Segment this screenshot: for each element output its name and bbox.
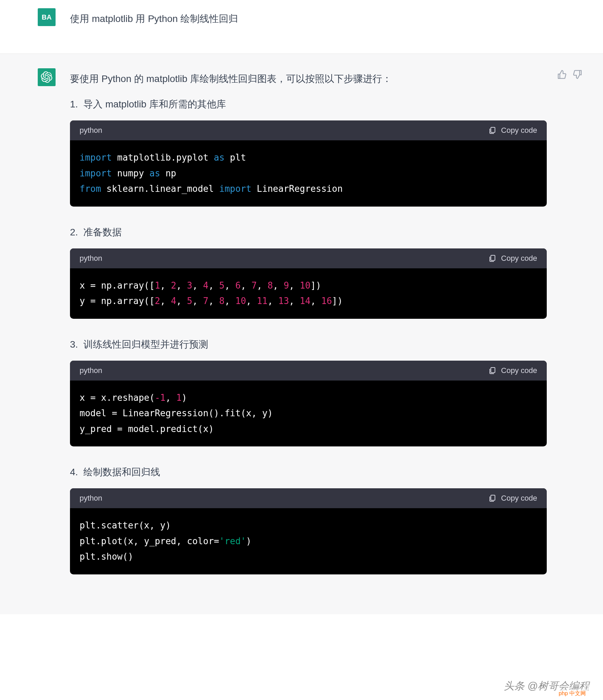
code-header: python Copy code [70, 248, 547, 268]
code-block: python Copy code plt.scatter(x, y) plt.p… [70, 488, 547, 574]
feedback-buttons [547, 68, 582, 79]
code-content[interactable]: x = x.reshape(-1, 1) model = LinearRegre… [70, 381, 547, 447]
step-label: 准备数据 [83, 227, 122, 237]
steps-list: 导入 matplotlib 库和所需的其他库 python Copy code … [70, 98, 547, 574]
assistant-intro-text: 要使用 Python 的 matplotlib 库绘制线性回归图表，可以按照以下… [70, 68, 547, 85]
copy-code-button[interactable]: Copy code [488, 254, 537, 263]
copy-code-label: Copy code [501, 126, 537, 135]
user-prompt-text: 使用 matplotlib 用 Python 绘制线性回归 [56, 8, 238, 25]
copy-code-label: Copy code [501, 366, 537, 375]
step-item-2: 准备数据 python Copy code x = np.array([1, 2… [70, 226, 547, 319]
assistant-message-row: 要使用 Python 的 matplotlib 库绘制线性回归图表，可以按照以下… [0, 54, 603, 614]
user-message-row: BA 使用 matplotlib 用 Python 绘制线性回归 [0, 0, 603, 54]
assistant-avatar [38, 68, 56, 86]
code-block: python Copy code x = np.array([1, 2, 3, … [70, 248, 547, 319]
step-item-1: 导入 matplotlib 库和所需的其他库 python Copy code … [70, 98, 547, 207]
code-header: python Copy code [70, 488, 547, 508]
code-lang-label: python [80, 126, 102, 135]
svg-rect-3 [491, 495, 495, 500]
openai-logo-icon [41, 71, 52, 83]
copy-code-button[interactable]: Copy code [488, 126, 537, 135]
code-block: python Copy code import matplotlib.pyplo… [70, 120, 547, 207]
code-header: python Copy code [70, 120, 547, 140]
step-item-4: 绘制数据和回归线 python Copy code plt.scatter(x,… [70, 466, 547, 574]
copy-code-button[interactable]: Copy code [488, 494, 537, 503]
code-block: python Copy code x = x.reshape(-1, 1) mo… [70, 361, 547, 447]
copy-code-label: Copy code [501, 254, 537, 263]
svg-rect-2 [491, 368, 495, 373]
code-lang-label: python [80, 254, 102, 263]
step-label: 训练线性回归模型并进行预测 [83, 339, 208, 350]
code-content[interactable]: plt.scatter(x, y) plt.plot(x, y_pred, co… [70, 508, 547, 574]
code-content[interactable]: import matplotlib.pyplot as plt import n… [70, 140, 547, 207]
assistant-body: 要使用 Python 的 matplotlib 库绘制线性回归图表，可以按照以下… [56, 68, 547, 594]
code-lang-label: python [80, 366, 102, 375]
user-avatar: BA [38, 8, 56, 26]
code-header: python Copy code [70, 361, 547, 381]
clipboard-icon [488, 126, 496, 135]
svg-rect-0 [491, 127, 495, 132]
code-lang-label: python [80, 494, 102, 503]
step-label: 绘制数据和回归线 [83, 467, 160, 477]
svg-rect-1 [491, 255, 495, 260]
clipboard-icon [488, 366, 496, 375]
thumbs-down-icon[interactable] [573, 70, 582, 79]
clipboard-icon [488, 254, 496, 262]
step-item-3: 训练线性回归模型并进行预测 python Copy code x = x.res… [70, 338, 547, 447]
clipboard-icon [488, 494, 496, 502]
code-content[interactable]: x = np.array([1, 2, 3, 4, 5, 6, 7, 8, 9,… [70, 268, 547, 319]
copy-code-button[interactable]: Copy code [488, 366, 537, 375]
step-label: 导入 matplotlib 库和所需的其他库 [83, 99, 226, 109]
copy-code-label: Copy code [501, 494, 537, 503]
thumbs-up-icon[interactable] [557, 70, 567, 79]
